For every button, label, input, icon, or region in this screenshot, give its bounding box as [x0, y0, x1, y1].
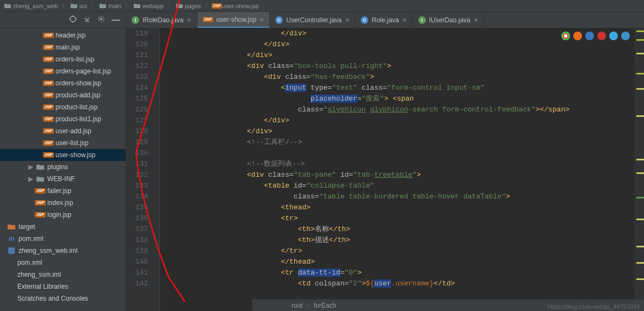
- tree-item[interactable]: JSPuser-add.jsp: [0, 125, 126, 137]
- code-line[interactable]: <tr>: [162, 213, 644, 224]
- code-line[interactable]: <!--工具栏/-->: [162, 137, 644, 148]
- project-tree[interactable]: JSPheader.jspJSPmain.jspJSPorders-list.j…: [0, 28, 126, 311]
- line-number: 122: [126, 61, 148, 72]
- file-icon: [6, 283, 15, 290]
- gear-icon[interactable]: [97, 15, 105, 24]
- expand-icon[interactable]: [83, 15, 91, 24]
- tree-item[interactable]: JSPproduct-list1.jsp: [0, 113, 126, 125]
- code-line[interactable]: <table id="collapse-table": [162, 181, 644, 191]
- breadcrumb-item[interactable]: user-show.jsp: [222, 3, 259, 9]
- breadcrumb-item[interactable]: pages: [185, 3, 201, 9]
- status-path-1[interactable]: root: [292, 302, 303, 309]
- line-number: 120: [126, 39, 148, 50]
- tree-item[interactable]: JSPorders-list.jsp: [0, 53, 126, 65]
- editor-tabs: IIRoleDao.java×JSPuser-show.jsp×CUserCon…: [126, 12, 644, 28]
- collapse-icon[interactable]: —: [112, 15, 120, 25]
- breadcrumb-item[interactable]: main: [108, 3, 121, 9]
- ie-icon[interactable]: [609, 32, 618, 40]
- line-number: 129: [126, 137, 148, 148]
- tree-item-label: user-add.jsp: [55, 127, 91, 135]
- tree-item-label: zheng_ssm.iml: [17, 271, 61, 278]
- close-icon[interactable]: ×: [403, 16, 407, 24]
- minimap[interactable]: [634, 28, 644, 311]
- tree-item[interactable]: ▶plugins: [0, 161, 126, 173]
- editor-tab[interactable]: IIRoleDao.java×: [126, 12, 197, 28]
- status-path-2[interactable]: forEach: [314, 302, 336, 309]
- code-line[interactable]: <!--数据列表-->: [162, 159, 644, 170]
- tree-item[interactable]: External Libraries: [0, 281, 126, 293]
- tree-item-label: plugins: [47, 163, 68, 171]
- line-number: 123: [126, 72, 148, 83]
- code-line[interactable]: [162, 148, 644, 159]
- code-line[interactable]: placeholder="搜索"> <span: [162, 94, 644, 104]
- watermark: https://blog.csdn.net/qq_44757034: [548, 303, 640, 310]
- safari-icon[interactable]: [585, 32, 594, 40]
- chrome-icon[interactable]: [561, 32, 570, 40]
- tree-item[interactable]: Scratches and Consoles: [0, 293, 126, 304]
- editor-body[interactable]: 1191201211221231241251261271281291301311…: [126, 28, 644, 311]
- tree-item[interactable]: ▶WEB-INF: [0, 173, 126, 185]
- code-line[interactable]: </div>: [162, 39, 644, 50]
- tree-item[interactable]: zheng_ssm.iml: [0, 269, 126, 281]
- tree-item[interactable]: JSPlogin.jsp: [0, 209, 126, 221]
- code-line[interactable]: <div class="tab-pane" id="tab-treetable"…: [162, 170, 644, 181]
- editor-tab[interactable]: IIUserDao.java×: [413, 12, 484, 28]
- code-line[interactable]: <input type="text" class="form-control i…: [162, 83, 644, 94]
- code-line[interactable]: </div>: [162, 126, 644, 137]
- tab-label: user-show.jsp: [216, 16, 256, 23]
- code-line[interactable]: </div>: [162, 50, 644, 61]
- tree-item-label: product-list1.jsp: [55, 115, 101, 123]
- tree-item-label: target: [18, 223, 35, 231]
- tree-item[interactable]: target: [0, 221, 126, 233]
- breadcrumb-item[interactable]: webapp: [143, 3, 164, 9]
- tree-item[interactable]: JSPheader.jsp: [0, 29, 126, 41]
- tree-item[interactable]: JSPmain.jsp: [0, 41, 126, 53]
- tree-item[interactable]: JSPindex.jsp: [0, 197, 126, 209]
- code-line[interactable]: <td colspan="2">${user.username}</td>: [162, 278, 644, 289]
- code-line[interactable]: </thead>: [162, 257, 644, 268]
- breadcrumb-item[interactable]: zheng_ssm_web: [13, 3, 58, 9]
- locate-icon[interactable]: [69, 15, 77, 24]
- close-icon[interactable]: ×: [474, 16, 478, 24]
- code-line[interactable]: <th>名称</th>: [162, 224, 644, 235]
- code-line[interactable]: </div>: [162, 115, 644, 126]
- tree-item[interactable]: JSPfailer.jsp: [0, 185, 126, 197]
- edge-icon[interactable]: [621, 32, 630, 40]
- editor-tab[interactable]: CRole.java×: [355, 12, 412, 28]
- expand-arrow-icon[interactable]: ▶: [28, 163, 33, 171]
- close-icon[interactable]: ×: [259, 15, 264, 24]
- tree-item[interactable]: JSPproduct-list.jsp: [0, 101, 126, 113]
- tree-item[interactable]: zheng_ssm_web.iml: [0, 245, 126, 257]
- code-line[interactable]: <th>描述</th>: [162, 235, 644, 246]
- breadcrumb-item[interactable]: src: [79, 3, 88, 9]
- close-icon[interactable]: ×: [187, 16, 191, 24]
- expand-arrow-icon[interactable]: ▶: [28, 175, 33, 183]
- code-line[interactable]: <thead>: [162, 202, 644, 213]
- tree-item[interactable]: JSPproduct-add.jsp: [0, 89, 126, 101]
- code-line[interactable]: <tr data-tt-id="0">: [162, 268, 644, 278]
- tree-item[interactable]: pom.xml: [0, 257, 126, 269]
- editor-tab[interactable]: CUserController.java×: [270, 12, 355, 28]
- tree-item[interactable]: JSPuser-show.jsp: [0, 149, 126, 161]
- code-line[interactable]: <div class="has-feedback">: [162, 72, 644, 83]
- code-line[interactable]: <div class="box-tools pull-right">: [162, 61, 644, 72]
- tab-label: UserController.java: [286, 16, 342, 24]
- close-icon[interactable]: ×: [345, 16, 349, 24]
- editor-tab[interactable]: JSPuser-show.jsp×: [197, 12, 270, 28]
- code-line[interactable]: class="glyphicon glyphicon-search form-c…: [162, 104, 644, 115]
- opera-icon[interactable]: [597, 32, 606, 40]
- code-line[interactable]: </tr>: [162, 246, 644, 257]
- firefox-icon[interactable]: [573, 32, 582, 40]
- code-area[interactable]: </div> </div> </div> <div class="box-too…: [160, 28, 644, 311]
- tree-item[interactable]: JSPuser-list.jsp: [0, 137, 126, 149]
- svg-point-6: [100, 18, 102, 20]
- line-number: 121: [126, 50, 148, 61]
- tree-item[interactable]: JSPorders-page-list.jsp: [0, 65, 126, 77]
- line-number: 135: [126, 202, 148, 213]
- fold-gutter[interactable]: [152, 28, 160, 311]
- tree-item[interactable]: JSPorders-show.jsp: [0, 77, 126, 89]
- code-line[interactable]: class="table table-bordered table-hover …: [162, 191, 644, 202]
- tree-item[interactable]: mpom.xml: [0, 233, 126, 245]
- tree-item-label: user-show.jsp: [55, 151, 95, 159]
- file-icon: [6, 259, 15, 266]
